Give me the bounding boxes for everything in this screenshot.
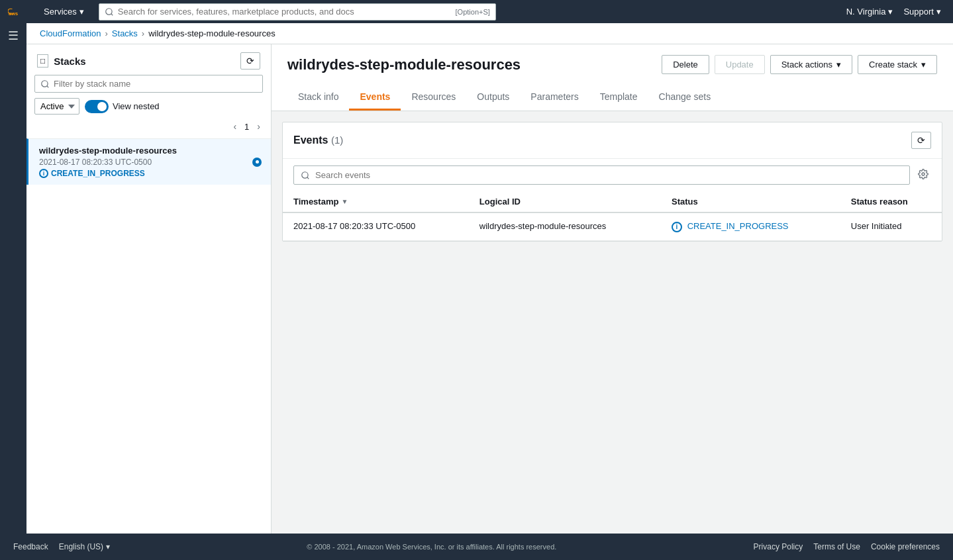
- events-toolbar: [283, 159, 942, 191]
- stack-filter-input[interactable]: [34, 75, 263, 93]
- events-title-text: Events: [293, 134, 328, 146]
- th-logical-id[interactable]: Logical ID: [469, 191, 661, 212]
- global-search-bar[interactable]: [Option+S]: [99, 3, 496, 21]
- col-status-label: Status: [672, 197, 698, 207]
- create-stack-chevron-icon: ▾: [921, 60, 926, 70]
- events-settings-button[interactable]: [915, 166, 931, 185]
- stack-status-text: CREATE_IN_PROGRESS: [51, 169, 145, 178]
- stack-name: wildrydes-step-module-resources: [39, 146, 260, 156]
- hamburger-button[interactable]: ☰: [0, 30, 26, 42]
- next-page-button[interactable]: ›: [254, 120, 263, 133]
- content-title-row: wildrydes-step-module-resources Delete U…: [287, 55, 937, 74]
- nav-right: N. Virginia ▾ Support ▾: [842, 0, 945, 23]
- language-button[interactable]: English (US) ▾: [59, 542, 110, 551]
- prev-page-button[interactable]: ‹: [230, 120, 239, 133]
- stack-actions-button[interactable]: Stack actions ▾: [770, 55, 852, 74]
- language-label: English (US): [59, 542, 103, 551]
- tabs: Stack info Events Resources Outputs Para…: [287, 85, 937, 111]
- feedback-link[interactable]: Feedback: [13, 542, 48, 551]
- delete-button[interactable]: Delete: [662, 55, 709, 74]
- row-status-reason: User Initiated: [851, 221, 902, 231]
- th-timestamp[interactable]: Timestamp ▼: [283, 191, 469, 212]
- region-label: N. Virginia: [846, 7, 886, 17]
- tab-parameters[interactable]: Parameters: [520, 85, 589, 111]
- create-stack-label: Create stack: [869, 60, 917, 70]
- support-button[interactable]: Support ▾: [899, 0, 945, 23]
- svg-point-3: [922, 173, 925, 175]
- left-panel: ☰: [0, 23, 26, 534]
- breadcrumb-sep-2: ›: [142, 28, 144, 38]
- breadcrumb-stacks[interactable]: Stacks: [112, 28, 138, 38]
- content-header: wildrydes-step-module-resources Delete U…: [272, 44, 953, 111]
- breadcrumb-cloudformation[interactable]: CloudFormation: [40, 28, 101, 38]
- view-nested-toggle-label[interactable]: View nested: [85, 100, 160, 113]
- stack-radio: [252, 158, 262, 167]
- active-filter-select[interactable]: Active: [34, 98, 79, 115]
- view-nested-toggle[interactable]: [85, 100, 109, 113]
- row-status-link[interactable]: CREATE_IN_PROGRESS: [687, 221, 789, 231]
- sidebar-refresh-button[interactable]: ⟳: [240, 52, 260, 70]
- sidebar-collapse-button[interactable]: □: [37, 54, 48, 68]
- tab-events[interactable]: Events: [349, 85, 401, 111]
- sidebar-filter-row: Active View nested: [26, 98, 271, 120]
- col-logical-id-label: Logical ID: [479, 197, 521, 207]
- events-refresh-button[interactable]: ⟳: [911, 132, 931, 149]
- support-label: Support: [903, 7, 934, 17]
- copyright-text: © 2008 - 2021, Amazon Web Services, Inc.…: [307, 543, 556, 551]
- svg-text:aws: aws: [9, 11, 18, 17]
- global-search-input[interactable]: [118, 7, 452, 17]
- region-chevron-icon: ▾: [888, 7, 893, 17]
- view-nested-label: View nested: [113, 101, 160, 111]
- tab-resources[interactable]: Resources: [401, 85, 466, 111]
- stack-radio-inner: [256, 160, 259, 163]
- stack-actions-label: Stack actions: [781, 60, 832, 70]
- services-chevron-icon: ▾: [79, 7, 84, 17]
- cell-timestamp: 2021-08-17 08:20:33 UTC-0500: [283, 212, 469, 240]
- breadcrumb-current: wildrydes-step-module-resources: [148, 28, 275, 38]
- sidebar-title-text: Stacks: [54, 56, 85, 67]
- events-title: Events (1): [293, 134, 343, 146]
- row-timestamp: 2021-08-17 08:20:33 UTC-0500: [293, 221, 415, 231]
- sort-icon: ▼: [341, 198, 348, 205]
- footer-right: Privacy Policy Terms of Use Cookie prefe…: [754, 542, 940, 551]
- svg-point-1: [106, 8, 112, 14]
- stack-detail-title: wildrydes-step-module-resources: [287, 56, 521, 73]
- cell-status-reason: User Initiated: [840, 212, 942, 240]
- terms-of-use-link[interactable]: Terms of Use: [813, 542, 860, 551]
- table-header-row: Timestamp ▼ Logical ID Status: [283, 191, 942, 212]
- privacy-policy-link[interactable]: Privacy Policy: [754, 542, 803, 551]
- tab-change-sets[interactable]: Change sets: [648, 85, 722, 111]
- stack-list-item[interactable]: wildrydes-step-module-resources 2021-08-…: [26, 138, 271, 185]
- breadcrumb: CloudFormation › Stacks › wildrydes-step…: [26, 23, 953, 44]
- aws-logo[interactable]: aws: [8, 5, 29, 19]
- events-search-input[interactable]: [293, 165, 910, 185]
- tab-outputs[interactable]: Outputs: [466, 85, 520, 111]
- sidebar: □ Stacks ⟳ Active: [26, 44, 272, 534]
- footer: Feedback English (US) ▾ © 2008 - 2021, A…: [0, 534, 953, 560]
- events-section: Events (1) ⟳: [282, 122, 942, 242]
- region-button[interactable]: N. Virginia ▾: [842, 0, 897, 23]
- table-row: 2021-08-17 08:20:33 UTC-0500 wildrydes-s…: [283, 212, 942, 240]
- status-info-icon: i: [39, 169, 48, 178]
- events-table: Timestamp ▼ Logical ID Status: [283, 191, 942, 241]
- update-button: Update: [715, 55, 765, 74]
- events-count: (1): [331, 134, 343, 146]
- search-icon: [105, 7, 114, 17]
- row-status-info-icon: i: [672, 222, 682, 232]
- services-label: Services: [44, 7, 77, 17]
- services-button[interactable]: Services ▾: [40, 0, 88, 23]
- col-status-reason-label: Status reason: [851, 197, 908, 207]
- footer-left: Feedback English (US) ▾: [13, 542, 110, 551]
- action-buttons: Delete Update Stack actions ▾ Create sta…: [662, 55, 937, 74]
- tab-template[interactable]: Template: [589, 85, 648, 111]
- create-stack-button[interactable]: Create stack ▾: [858, 55, 937, 74]
- sidebar-header: □ Stacks ⟳: [26, 44, 271, 75]
- th-status-reason[interactable]: Status reason: [840, 191, 942, 212]
- settings-icon: [918, 169, 928, 179]
- tab-stack-info[interactable]: Stack info: [287, 85, 349, 111]
- cookie-preferences-link[interactable]: Cookie preferences: [871, 542, 940, 551]
- sidebar-title: □ Stacks: [37, 54, 86, 68]
- cell-logical-id: wildrydes-step-module-resources: [469, 212, 661, 240]
- cell-status: i CREATE_IN_PROGRESS: [661, 212, 840, 240]
- th-status[interactable]: Status: [661, 191, 840, 212]
